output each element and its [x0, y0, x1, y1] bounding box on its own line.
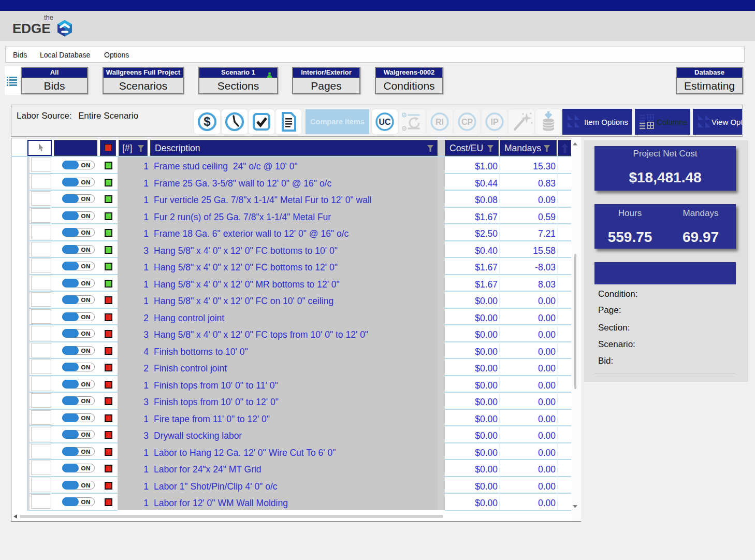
svg-text:CP: CP [461, 118, 473, 126]
svg-text:IP: IP [490, 118, 498, 126]
svg-text:UC: UC [379, 118, 391, 126]
svg-text:RI: RI [435, 118, 444, 126]
svg-text:$: $ [204, 114, 211, 128]
